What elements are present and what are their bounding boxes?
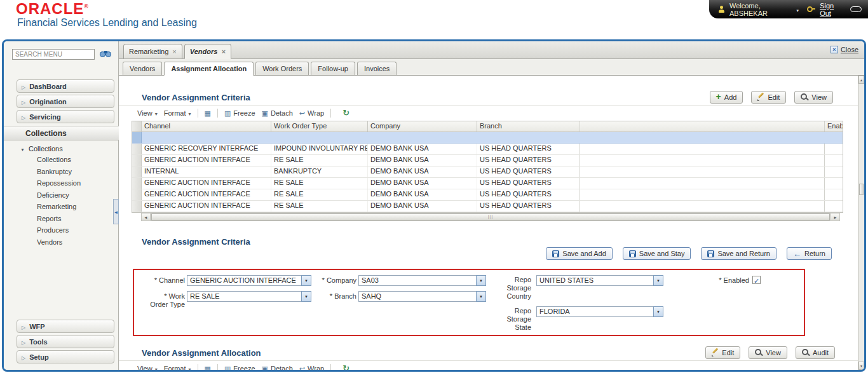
- allocation-audit-button[interactable]: Audit: [796, 346, 835, 359]
- tree-item-repossession[interactable]: Repossession: [37, 177, 81, 189]
- close-button[interactable]: Close: [831, 46, 858, 53]
- subtab-assignment-allocation[interactable]: Assignment Allocation: [164, 62, 254, 76]
- tab-close-icon[interactable]: [172, 48, 176, 55]
- dropdown-arrow-icon[interactable]: [301, 275, 311, 286]
- save-and-return-button[interactable]: Save and Return: [701, 247, 776, 260]
- user-menu-caret-icon[interactable]: [796, 6, 799, 13]
- tree-item-reports[interactable]: Reports: [37, 213, 81, 225]
- work-order-type-select[interactable]: RE SALE: [187, 291, 311, 302]
- table-cell: [825, 178, 843, 189]
- horizontal-scrollbar-thumb[interactable]: [151, 214, 830, 220]
- toolbar-detach-button[interactable]: Detach: [262, 365, 293, 370]
- toolbar-format-menu[interactable]: Format: [164, 109, 191, 117]
- branch-select[interactable]: SAHQ: [358, 291, 486, 302]
- scroll-left-button[interactable]: [142, 214, 151, 220]
- sidebar-collapse-button[interactable]: [113, 199, 119, 224]
- toolbar-freeze-button[interactable]: Freeze: [224, 365, 255, 370]
- search-input[interactable]: [12, 49, 95, 60]
- enabled-label: * Enabled: [712, 276, 749, 285]
- tree-item-remarketing[interactable]: Remarketing: [37, 201, 81, 213]
- column-header-company[interactable]: Company: [368, 121, 477, 132]
- session-pill-icon[interactable]: [850, 6, 862, 12]
- sidebar-item-wfp[interactable]: WFP: [17, 320, 114, 333]
- table-row[interactable]: GENERIC RECOVERY INTERFACE IMPOUND INVOL…: [132, 144, 843, 155]
- allocation-edit-button[interactable]: Edit: [705, 346, 740, 359]
- dropdown-arrow-icon[interactable]: [476, 275, 486, 286]
- toolbar-wrap-button[interactable]: Wrap: [299, 109, 324, 117]
- sidebar-item-dashboard[interactable]: DashBoard: [17, 79, 114, 93]
- tree-item-vendors[interactable]: Vendors: [37, 236, 81, 248]
- vertical-scrollbar[interactable]: [858, 76, 864, 370]
- tree-expanded-icon[interactable]: [20, 145, 25, 153]
- caret-down-icon: [155, 365, 158, 370]
- toolbar-view-menu[interactable]: View: [137, 109, 158, 117]
- table-cell: US HEAD QUARTERS: [477, 155, 580, 166]
- toolbar-detach-button[interactable]: Detach: [262, 109, 293, 117]
- refresh-icon[interactable]: [342, 365, 349, 370]
- enabled-checkbox[interactable]: [752, 276, 761, 284]
- scroll-down-button[interactable]: [858, 362, 864, 370]
- allocation-view-button[interactable]: View: [749, 346, 787, 359]
- table-row[interactable]: GENERIC AUCTION INTERFACE RE SALE DEMO B…: [132, 178, 843, 189]
- view-button[interactable]: View: [794, 91, 833, 104]
- toolbar-format-menu[interactable]: Format: [164, 365, 191, 370]
- toolbar-wrap-button[interactable]: Wrap: [299, 365, 324, 370]
- subtab-follow-up[interactable]: Follow-up: [311, 62, 355, 75]
- sidebar-section-collections[interactable]: Collections: [4, 126, 119, 140]
- subtab-invoices[interactable]: Invoices: [357, 62, 397, 75]
- column-header-enabled[interactable]: Enab: [825, 121, 843, 132]
- table-row[interactable]: INTERNAL BANKRUPTCY DEMO BANK USA US HEA…: [132, 166, 843, 178]
- column-header-work-order-type[interactable]: Work Order Type: [271, 121, 368, 132]
- refresh-icon[interactable]: [342, 109, 349, 117]
- tab-remarketing[interactable]: Remarketing: [123, 44, 182, 58]
- caret-down-icon: [189, 109, 191, 117]
- save-and-add-button[interactable]: Save and Add: [546, 247, 613, 260]
- s idebar-item-tools[interactable]: Tools: [17, 335, 114, 348]
- tab-close-icon[interactable]: [221, 48, 225, 55]
- dropdown-arrow-icon[interactable]: [476, 291, 486, 302]
- export-grid-icon[interactable]: [205, 110, 211, 117]
- sign-out-link[interactable]: Sign Out: [820, 2, 844, 17]
- tree-node-collections[interactable]: Collections: [20, 145, 63, 153]
- tree-item-collections[interactable]: Collections: [37, 154, 81, 166]
- horizontal-scrollbar[interactable]: [141, 213, 840, 221]
- tree-item-bankruptcy[interactable]: Bankruptcy: [37, 166, 81, 178]
- subtab-vendors[interactable]: Vendors: [123, 62, 162, 75]
- table-row[interactable]: GENERIC AUCTION INTERFACE RE SALE DEMO B…: [132, 201, 843, 212]
- export-grid-icon[interactable]: [205, 365, 211, 370]
- dropdown-arrow-icon[interactable]: [301, 291, 311, 302]
- toolbar-view-menu[interactable]: View: [137, 365, 158, 370]
- table-row[interactable]: GENERIC AUCTION INTERFACE RE SALE DEMO B…: [132, 189, 843, 201]
- column-header-channel[interactable]: Channel: [142, 121, 271, 132]
- toolbar-separator: [217, 364, 218, 370]
- tree-item-deficiency[interactable]: Deficiency: [37, 189, 81, 201]
- repo-storage-state-select[interactable]: FLORIDA: [536, 306, 663, 317]
- table-row[interactable]: GENERIC AUCTION INTERFACE RE SALE DEMO B…: [132, 155, 843, 166]
- tree-item-producers[interactable]: Producers: [37, 224, 81, 236]
- sidebar-item-servicing[interactable]: Servicing: [17, 110, 114, 123]
- sidebar: DashBoard Origination Servicing Collecti…: [4, 41, 119, 370]
- add-button[interactable]: Add: [710, 91, 743, 104]
- company-select[interactable]: SA03: [358, 275, 486, 286]
- toolbar-freeze-button[interactable]: Freeze: [224, 109, 255, 117]
- vertical-scrollbar-thumb[interactable]: [859, 184, 864, 195]
- scroll-right-button[interactable]: [831, 214, 839, 220]
- repo-storage-country-select[interactable]: UNITED STATES: [536, 275, 663, 286]
- scroll-up-button[interactable]: [858, 76, 864, 84]
- dropdown-arrow-icon[interactable]: [653, 275, 663, 286]
- sidebar-item-setup[interactable]: Setup: [17, 350, 114, 363]
- tab-vendors[interactable]: Vendors: [184, 44, 231, 59]
- table-row-selected[interactable]: [132, 132, 843, 144]
- table-cell: [580, 132, 825, 143]
- dropdown-arrow-icon[interactable]: [653, 306, 663, 317]
- search-icon[interactable]: [100, 50, 112, 59]
- toolbar-label: Detach: [271, 109, 293, 117]
- edit-button[interactable]: Edit: [751, 91, 786, 104]
- save-and-stay-button[interactable]: Save and Stay: [623, 247, 691, 260]
- subtab-work-orders[interactable]: Work Orders: [255, 62, 309, 75]
- channel-select[interactable]: GENERIC AUCTION INTERFACE: [187, 275, 311, 286]
- add-icon: [716, 93, 721, 101]
- return-button[interactable]: Return: [787, 247, 832, 260]
- column-header-branch[interactable]: Branch: [477, 121, 580, 132]
- sidebar-item-origination[interactable]: Origination: [17, 95, 114, 108]
